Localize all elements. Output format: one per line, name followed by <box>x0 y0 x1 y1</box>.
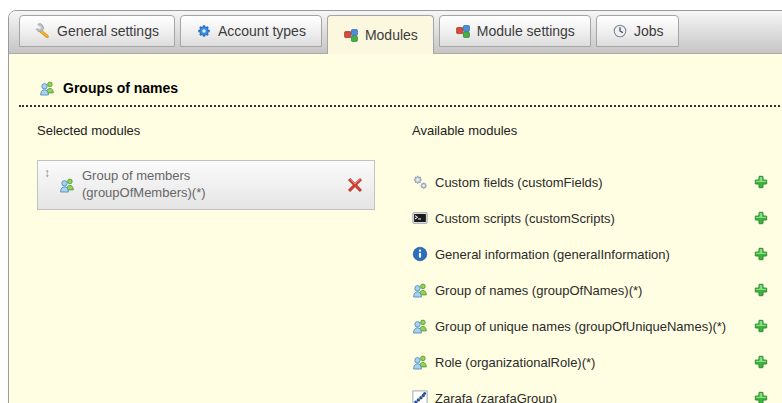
available-module-label: General information (generalInformation) <box>435 247 747 262</box>
group-icon <box>39 80 55 96</box>
available-module-label: Group of names (groupOfNames)(*) <box>435 283 747 298</box>
available-module-label: Zarafa (zarafaGroup) <box>435 391 747 403</box>
selected-module-item[interactable]: ↕ Group of members (groupOfMembers)(*) <box>37 160 375 210</box>
module-icon <box>412 390 428 403</box>
tab-icon <box>343 27 359 43</box>
add-icon <box>754 247 770 263</box>
tab-general-settings[interactable]: General settings <box>19 15 175 47</box>
delete-icon <box>347 177 363 193</box>
available-module-row: Role (organizationalRole)(*) <box>412 344 768 380</box>
tab-icon <box>35 23 51 39</box>
blocks-icon <box>343 27 359 43</box>
add-icon <box>754 283 770 299</box>
available-modules-column: Available modules Custom fields (customF… <box>412 123 782 403</box>
tab-account-types[interactable]: Account types <box>180 15 322 47</box>
add-module-button[interactable] <box>754 319 768 333</box>
clock-icon <box>612 23 628 39</box>
available-modules-label: Available modules <box>412 123 782 138</box>
group-icon <box>412 318 428 334</box>
wrench-icon <box>35 23 51 39</box>
group-icon <box>412 282 428 298</box>
gears-icon <box>412 174 428 190</box>
add-icon <box>754 355 770 371</box>
add-icon <box>754 391 770 403</box>
available-module-label: Group of unique names (groupOfUniqueName… <box>435 319 747 334</box>
available-module-label: Role (organizationalRole)(*) <box>435 355 747 370</box>
screen: General settings Account types Modules M… <box>0 0 782 403</box>
blocks-icon <box>455 23 471 39</box>
selected-module-label: Group of members (groupOfMembers)(*) <box>82 168 272 202</box>
selected-modules-label: Selected modules <box>37 123 412 138</box>
add-module-button[interactable] <box>754 355 768 369</box>
gear-icon <box>196 23 212 39</box>
add-module-button[interactable] <box>754 283 768 297</box>
available-module-row: Group of names (groupOfNames)(*) <box>412 272 768 308</box>
module-icon <box>412 174 428 190</box>
add-module-button[interactable] <box>754 211 768 225</box>
terminal-icon <box>412 210 428 226</box>
add-module-button[interactable] <box>754 175 768 189</box>
page-title: Groups of names <box>63 80 178 96</box>
selected-modules-column: Selected modules ↕ Group of members (gro… <box>37 123 412 403</box>
available-module-row: Zarafa (zarafaGroup) <box>412 380 768 403</box>
available-module-row: Custom scripts (customScripts) <box>412 200 768 236</box>
add-icon <box>754 175 770 191</box>
tab-label: Account types <box>218 23 306 39</box>
add-icon <box>754 319 770 335</box>
available-module-row: Custom fields (customFields) <box>412 164 768 200</box>
add-icon <box>754 211 770 227</box>
tab-label: Jobs <box>634 23 664 39</box>
module-icon <box>412 210 428 226</box>
group-icon <box>412 354 428 370</box>
add-module-button[interactable] <box>754 247 768 261</box>
module-icon <box>412 354 428 370</box>
settings-panel: General settings Account types Modules M… <box>8 10 782 403</box>
tab-label: General settings <box>57 23 159 39</box>
zarafa-icon <box>412 390 428 403</box>
tab-jobs[interactable]: Jobs <box>596 15 680 47</box>
module-icon <box>412 282 428 298</box>
tab-icon <box>196 23 212 39</box>
available-modules-list: Custom fields (customFields) Custom scri… <box>412 164 782 403</box>
add-module-button[interactable] <box>754 391 768 403</box>
tab-icon <box>612 23 628 39</box>
tab-module-settings[interactable]: Module settings <box>439 15 591 47</box>
module-icon <box>59 177 75 193</box>
drag-handle-icon[interactable]: ↕ <box>44 167 57 179</box>
tab-label: Module settings <box>477 23 575 39</box>
tab-modules[interactable]: Modules <box>327 15 434 54</box>
modules-columns: Selected modules ↕ Group of members (gro… <box>37 123 782 403</box>
tab-label: Modules <box>365 27 418 43</box>
module-icon <box>412 318 428 334</box>
tab-bar: General settings Account types Modules M… <box>9 11 782 54</box>
available-module-label: Custom scripts (customScripts) <box>435 211 747 226</box>
page-heading: Groups of names <box>39 80 782 105</box>
heading-icon <box>39 80 55 96</box>
available-module-label: Custom fields (customFields) <box>435 175 747 190</box>
tab-icon <box>455 23 471 39</box>
section-divider <box>19 105 782 107</box>
available-module-row: Group of unique names (groupOfUniqueName… <box>412 308 768 344</box>
module-icon <box>412 246 428 262</box>
selected-modules-list: ↕ Group of members (groupOfMembers)(*) <box>37 160 412 210</box>
modules-tab-content: Groups of names Selected modules ↕ Group… <box>9 54 782 403</box>
available-module-row: General information (generalInformation) <box>412 236 768 272</box>
remove-module-button[interactable] <box>347 177 363 193</box>
info-icon <box>412 246 428 262</box>
group-icon <box>59 177 75 193</box>
